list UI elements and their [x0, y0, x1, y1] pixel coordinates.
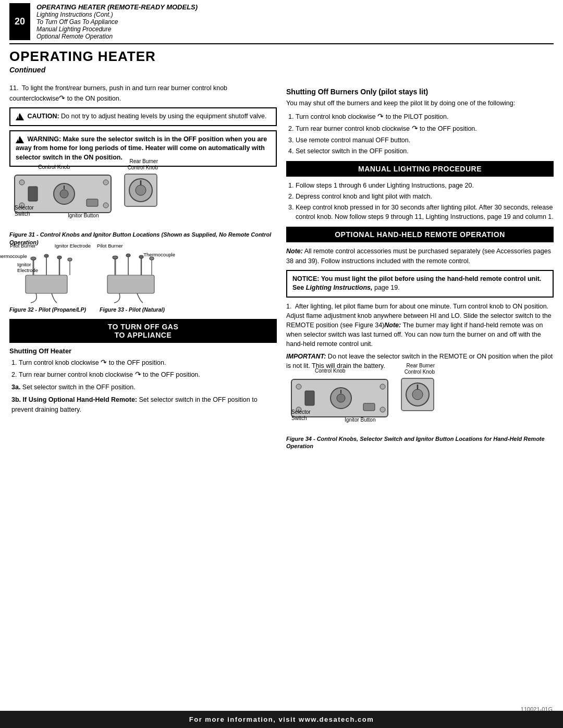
header-line-2: To Turn Off Gas To Appliance — [36, 18, 198, 26]
svg-point-45 — [412, 389, 423, 400]
manual-step-1: Follow steps 1 through 6 under Lighting … — [296, 181, 554, 190]
figure-31-caption: Figure 31 - Control Knobs and Ignitor Bu… — [9, 231, 277, 246]
rear-burner-label-fig31: Rear BurnerControl Knob — [128, 158, 158, 171]
selector-switch-label: SelectorSwitch — [15, 205, 34, 217]
footer-bar: For more information, visit www.desatech… — [0, 711, 563, 728]
burners-step-1: Turn control knob clockwise ↷ to the PIL… — [296, 111, 554, 121]
svg-rect-9 — [87, 199, 98, 206]
header-text-block: OPERATING HEATER (REMOTE-READY MODELS) L… — [36, 3, 198, 40]
svg-point-34 — [296, 384, 301, 389]
svg-point-37 — [380, 407, 385, 412]
svg-rect-5 — [28, 187, 38, 201]
fig33-pilot-burner-label: Pilot Burner — [97, 243, 123, 249]
remote-after-notice: 1. After lighting, let pilot flame burn … — [286, 302, 554, 349]
shutoff-step-2: Turn rear burner control knob clockwise … — [19, 369, 277, 379]
fig32-ignitor-electrode2-label: IgnitorElectrode — [17, 262, 38, 273]
manual-step-3: Keep control knob pressed in for 30 seco… — [296, 203, 554, 221]
figure-34-rear-knob-svg — [400, 377, 435, 412]
fig34-selector-switch-label: SelectorSwitch — [291, 409, 311, 422]
svg-point-30 — [126, 254, 130, 257]
fig34-ignitor-button-label: Ignitor Button — [345, 417, 375, 423]
figure-34-container: Control Knob SelectorSwitch — [286, 375, 554, 450]
caution-text: Do not try to adjust heating levels by u… — [61, 113, 266, 120]
shutting-off-steps: Turn control knob clockwise ↷ to the OFF… — [9, 357, 277, 380]
remote-note-label: Note: — [286, 248, 303, 255]
caution-label: CAUTION: — [27, 113, 59, 120]
svg-point-4 — [103, 203, 108, 208]
left-column: 11. To light the front/rear burners, pus… — [9, 83, 277, 452]
shutoff-step-3b: 3b. If Using Optional Hand-Held Remote: … — [11, 395, 277, 414]
caution-icon — [16, 113, 24, 120]
svg-point-29 — [113, 256, 118, 259]
page-subtitle: Continued — [9, 66, 554, 74]
manual-step-2: Depress control knob and light pilot wit… — [296, 192, 554, 201]
shutting-off-burners-steps: Turn control knob clockwise ↷ to the PIL… — [286, 111, 554, 156]
svg-rect-42 — [363, 403, 375, 411]
pilot-figures-row: Pilot Burner Ignitor Electrode Thermocou… — [9, 249, 277, 314]
to-turn-off-gas-header: TO TURN OFF GASTO APPLIANCE — [9, 319, 277, 343]
header-sub-lines: Lighting Instructions (Cont.) To Turn Of… — [36, 11, 198, 40]
shutting-off-burners-heading: Shutting Off Burners Only (pilot stays l… — [286, 88, 554, 96]
fig34-control-knob-label: Control Knob — [315, 368, 345, 374]
warning-icon — [16, 136, 24, 143]
page-title: OPERATING HEATER — [9, 48, 554, 65]
header-main-title: OPERATING HEATER (REMOTE-READY MODELS) — [36, 3, 198, 11]
intro-paragraph: 11. To light the front/rear burners, pus… — [9, 83, 277, 103]
shutting-off-heater-heading: Shutting Off Heater — [9, 347, 277, 355]
figure-32: Pilot Burner Ignitor Electrode Thermocou… — [9, 249, 86, 314]
header-line-4: Optional Remote Operation — [36, 33, 198, 40]
figure-32-caption: Figure 32 - Pilot (Propane/LP) — [9, 306, 86, 314]
figure-31-container: Control Knob — [9, 171, 277, 246]
shutoff-step-1: Turn control knob clockwise ↷ to the OFF… — [19, 357, 277, 367]
burners-step-4: Set selector switch in the OFF position. — [296, 146, 554, 156]
svg-point-35 — [380, 384, 385, 389]
right-column: Shutting Off Burners Only (pilot stays l… — [286, 83, 554, 452]
figure-34-caption: Figure 34 - Control Knobs, Selector Swit… — [286, 435, 554, 450]
fig32-ignitor-electrode-label: Ignitor Electrode — [55, 243, 91, 249]
notice-box: NOTICE: You must light the pilot before … — [286, 270, 554, 298]
fig33-thermocouple-label: Thermocouple — [143, 252, 175, 257]
svg-point-31 — [139, 255, 143, 258]
svg-point-40 — [337, 394, 345, 402]
svg-point-1 — [19, 180, 25, 185]
notice-bold-text: NOTICE: You must light the pilot before … — [292, 275, 541, 292]
shutting-off-heater-section: Shutting Off Heater Turn control knob cl… — [9, 347, 277, 414]
svg-rect-38 — [305, 391, 314, 405]
control-panel-label: Control Knob — [38, 164, 70, 170]
svg-point-2 — [103, 180, 108, 185]
rear-burner-knob-svg — [124, 173, 158, 207]
svg-point-7 — [60, 190, 68, 198]
svg-point-20 — [31, 257, 36, 260]
warning-label: WARNING: — [27, 135, 61, 143]
burners-step-2: Turn rear burner control knob clockwise … — [296, 123, 554, 133]
burners-step-3: Use remote control manual OFF button. — [296, 135, 554, 145]
remote-note: Note: All remote control accessories mus… — [286, 246, 554, 265]
svg-rect-24 — [107, 275, 154, 293]
figure-33-caption: Figure 33 - Pilot (Natural) — [100, 306, 165, 314]
svg-point-13 — [136, 185, 146, 195]
fig32-pilot-burner-label: Pilot Burner — [10, 243, 36, 249]
main-content: 11. To light the front/rear burners, pus… — [0, 78, 563, 452]
manual-lighting-steps: Follow steps 1 through 6 under Lighting … — [286, 181, 554, 222]
fig34-rear-burner-label: Rear BurnerControl Knob — [405, 363, 435, 375]
manual-lighting-header: MANUAL LIGHTING PROCEDURE — [286, 161, 554, 177]
svg-point-22 — [57, 256, 62, 259]
header-line-3: Manual Lighting Procedure — [36, 26, 198, 33]
footer-text: For more information, visit www.desatech… — [189, 715, 374, 723]
caution-box: CAUTION: Do not try to adjust heating le… — [9, 107, 277, 126]
optional-remote-header: OPTIONAL HAND-HELD REMOTE OPERATION — [286, 227, 554, 242]
svg-point-21 — [44, 254, 48, 257]
shutoff-step-3a: 3a. Set selector switch in the OFF posit… — [11, 382, 277, 392]
shutting-off-burners-intro: You may shut off the burners and keep th… — [286, 98, 554, 108]
shutting-off-burners-section: Shutting Off Burners Only (pilot stays l… — [286, 88, 554, 156]
svg-point-23 — [68, 258, 72, 261]
svg-rect-15 — [26, 275, 67, 293]
figure-33: Pilot Burner Thermocouple — [94, 249, 170, 314]
remote-note-text: All remote control accessories must be p… — [286, 248, 551, 264]
header-line-1: Lighting Instructions (Cont.) — [36, 11, 198, 18]
ignitor-button-label: Ignitor Button — [68, 213, 99, 219]
page-number: 20 — [9, 3, 30, 40]
header-bar: 20 OPERATING HEATER (REMOTE-READY MODELS… — [9, 0, 554, 44]
fig32-thermocouple-label: Thermocouple — [0, 253, 27, 259]
